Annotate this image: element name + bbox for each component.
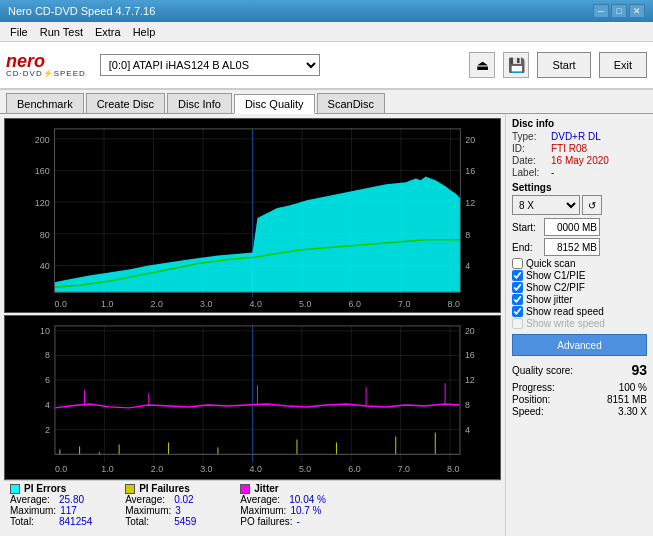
quality-score-label: Quality score:: [512, 365, 573, 376]
progress-row: Progress: 100 %: [512, 382, 647, 393]
svg-text:4.0: 4.0: [250, 464, 262, 474]
tab-create-disc[interactable]: Create Disc: [86, 93, 165, 113]
show-read-speed-label: Show read speed: [526, 306, 604, 317]
position-value: 8151 MB: [607, 394, 647, 405]
disc-label-value: -: [551, 167, 554, 178]
svg-text:3.0: 3.0: [200, 464, 212, 474]
tab-disc-quality[interactable]: Disc Quality: [234, 94, 315, 114]
nero-brand-text: nero: [6, 52, 86, 70]
title-bar: Nero CD-DVD Speed 4.7.7.16 ─ □ ✕: [0, 0, 653, 22]
show-c2pif-checkbox[interactable]: [512, 282, 523, 293]
right-panel: Disc info Type: DVD+R DL ID: FTI R08 Dat…: [505, 114, 653, 536]
tab-disc-info[interactable]: Disc Info: [167, 93, 232, 113]
svg-text:12: 12: [465, 375, 475, 385]
start-label: Start:: [512, 222, 542, 233]
charts-area: 200 160 120 80 40 20 16 12 8 4 0.0 1.0 2…: [0, 114, 505, 536]
menu-bar: File Run Test Extra Help: [0, 22, 653, 42]
svg-text:8: 8: [45, 350, 50, 360]
eject-button[interactable]: ⏏: [469, 52, 495, 78]
pi-failures-stat: PI Failures Average: 0.02 Maximum: 3 Tot…: [125, 483, 220, 527]
nero-logo: nero CD·DVD⚡SPEED: [6, 52, 86, 78]
svg-text:4: 4: [45, 400, 50, 410]
po-failures-value: -: [297, 516, 342, 527]
nero-sub-brand: CD·DVD⚡SPEED: [6, 70, 86, 78]
pi-failures-avg-value: 0.02: [174, 494, 219, 505]
svg-text:12: 12: [465, 198, 475, 208]
svg-text:6: 6: [45, 375, 50, 385]
quick-scan-checkbox[interactable]: [512, 258, 523, 269]
disc-info-title: Disc info: [512, 118, 647, 129]
top-chart: 200 160 120 80 40 20 16 12 8 4 0.0 1.0 2…: [4, 118, 501, 313]
show-jitter-checkbox[interactable]: [512, 294, 523, 305]
svg-text:160: 160: [35, 166, 50, 176]
title-bar-text: Nero CD-DVD Speed 4.7.7.16: [8, 5, 155, 17]
exit-button[interactable]: Exit: [599, 52, 647, 78]
svg-text:3.0: 3.0: [200, 299, 212, 309]
show-c1pie-label: Show C1/PIE: [526, 270, 585, 281]
show-read-speed-checkbox[interactable]: [512, 306, 523, 317]
pi-failures-total-value: 5459: [174, 516, 219, 527]
svg-text:40: 40: [40, 261, 50, 271]
advanced-button[interactable]: Advanced: [512, 334, 647, 356]
pi-errors-avg-label: Average:: [10, 494, 55, 505]
disc-date-label: Date:: [512, 155, 547, 166]
svg-text:20: 20: [465, 135, 475, 145]
speed-combo[interactable]: Max1 X2 X4 X8 X12 X16 X: [512, 195, 580, 215]
svg-text:8: 8: [465, 400, 470, 410]
speed-value: 3.30 X: [618, 406, 647, 417]
disc-label-row: Label: -: [512, 167, 647, 178]
start-input[interactable]: [544, 218, 600, 236]
pi-errors-max-label: Maximum:: [10, 505, 56, 516]
start-button[interactable]: Start: [537, 52, 590, 78]
position-label: Position:: [512, 394, 550, 405]
refresh-button[interactable]: ↺: [582, 195, 602, 215]
pi-errors-max-value: 117: [60, 505, 105, 516]
disc-type-label: Type:: [512, 131, 547, 142]
disc-type-value: DVD+R DL: [551, 131, 601, 142]
menu-file[interactable]: File: [4, 23, 34, 41]
jitter-max-value: 10.7 %: [290, 505, 335, 516]
drive-combo[interactable]: [0:0] ATAPI iHAS124 B AL0S: [100, 54, 320, 76]
show-c1pie-checkbox[interactable]: [512, 270, 523, 281]
pi-failures-color: [125, 484, 135, 494]
tab-benchmark[interactable]: Benchmark: [6, 93, 84, 113]
svg-text:7.0: 7.0: [398, 464, 410, 474]
show-jitter-row: Show jitter: [512, 294, 647, 305]
maximize-button[interactable]: □: [611, 4, 627, 18]
quick-scan-label: Quick scan: [526, 258, 575, 269]
svg-text:80: 80: [40, 230, 50, 240]
pi-failures-avg-label: Average:: [125, 494, 170, 505]
show-read-speed-row: Show read speed: [512, 306, 647, 317]
svg-text:10: 10: [40, 326, 50, 336]
svg-text:6.0: 6.0: [349, 299, 361, 309]
svg-text:2.0: 2.0: [151, 299, 163, 309]
minimize-button[interactable]: ─: [593, 4, 609, 18]
svg-text:8.0: 8.0: [447, 464, 459, 474]
save-button[interactable]: 💾: [503, 52, 529, 78]
svg-text:8.0: 8.0: [447, 299, 459, 309]
settings-group: Settings Max1 X2 X4 X8 X12 X16 X ↺ Start…: [512, 182, 647, 356]
settings-title: Settings: [512, 182, 647, 193]
progress-value: 100 %: [619, 382, 647, 393]
menu-extra[interactable]: Extra: [89, 23, 127, 41]
show-c2pif-label: Show C2/PIF: [526, 282, 585, 293]
disc-id-value: FTI R08: [551, 143, 587, 154]
end-input[interactable]: [544, 238, 600, 256]
svg-text:1.0: 1.0: [101, 299, 113, 309]
quality-score-row: Quality score: 93: [512, 362, 647, 378]
pi-errors-label: PI Errors: [24, 483, 66, 494]
svg-text:4: 4: [465, 425, 470, 435]
bottom-stats: PI Errors Average: 25.80 Maximum: 117 To…: [4, 480, 501, 529]
start-mb-row: Start:: [512, 218, 647, 236]
pi-errors-color: [10, 484, 20, 494]
pi-failures-max-value: 3: [175, 505, 220, 516]
tab-scan-disc[interactable]: ScanDisc: [317, 93, 385, 113]
svg-text:200: 200: [35, 135, 50, 145]
menu-run-test[interactable]: Run Test: [34, 23, 89, 41]
close-button[interactable]: ✕: [629, 4, 645, 18]
menu-help[interactable]: Help: [127, 23, 162, 41]
jitter-stat: Jitter Average: 10.04 % Maximum: 10.7 % …: [240, 483, 341, 527]
quality-score-value: 93: [631, 362, 647, 378]
svg-text:2: 2: [45, 425, 50, 435]
svg-text:0.0: 0.0: [55, 299, 67, 309]
